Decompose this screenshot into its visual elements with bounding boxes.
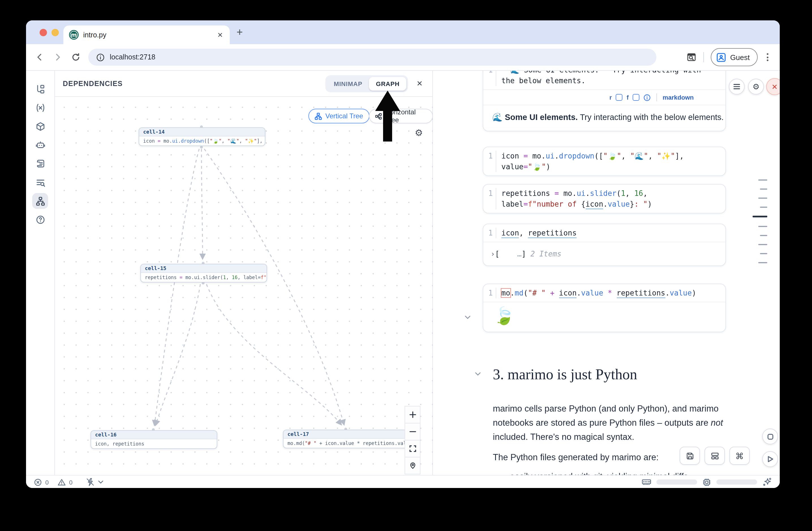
paragraph-line: marimo cells parse Python (and only Pyth… — [493, 401, 723, 416]
new-tab-button[interactable]: + — [236, 26, 243, 39]
url-text[interactable]: localhost:2718 — [110, 53, 155, 61]
status-left: 0 0 — [34, 478, 104, 486]
tab-close-icon[interactable]: ✕ — [216, 30, 224, 40]
vertical-tree-button[interactable]: Vertical Tree — [308, 109, 369, 124]
keyboard-shortcuts-button[interactable]: ⌘ — [729, 447, 750, 465]
tab-graph[interactable]: GRAPH — [369, 77, 406, 90]
checkbox-icon[interactable] — [633, 94, 639, 101]
errors-icon[interactable] — [34, 478, 42, 486]
horizontal-tree-label: Horizontal Tree — [385, 108, 427, 124]
graph-node-cell-15[interactable]: cell-15 repetitions = mo.ui.slider(1, 16… — [140, 264, 267, 283]
vertical-tree-icon — [315, 112, 322, 120]
sidebar-item-help[interactable] — [32, 212, 48, 228]
scroll-mark[interactable] — [760, 235, 767, 236]
cell-refs-code[interactable]: 1 icon, repetitions ›[ …] 2 Items — [483, 224, 726, 266]
graph-node-title: cell-17 — [284, 430, 409, 439]
autorun-disabled-icon[interactable] — [86, 478, 95, 486]
graph-node-cell-14[interactable]: cell-14 icon = mo.ui.dropdown(["🍃", "🌊",… — [139, 127, 265, 146]
browser-window: m intro.py ✕ + localhost:2718 — [26, 20, 780, 488]
sidebar-item-dependencies[interactable] — [32, 193, 48, 209]
scroll-mark[interactable] — [758, 244, 767, 245]
shortcut-f-label: f — [627, 94, 629, 101]
url-bar[interactable]: localhost:2718 — [88, 49, 656, 66]
collapse-chevron-icon[interactable] — [465, 315, 471, 319]
cell-dropdown-code[interactable]: 1 icon = mo.ui.dropdown(["🍃", "🌊", "✨"],… — [483, 147, 726, 176]
browser-menu-icon[interactable] — [765, 51, 771, 63]
paragraph-line: notebooks are stored as pure Python file… — [493, 416, 723, 430]
fit-view-button[interactable] — [405, 441, 420, 457]
shutdown-button[interactable]: ✕ — [766, 78, 780, 95]
sidebar-item-packages[interactable] — [32, 118, 48, 134]
minimize-window-button[interactable] — [52, 29, 59, 36]
collapsed-list-output[interactable]: ›[ …] 2 Items — [483, 242, 725, 266]
save-icon — [685, 451, 694, 460]
graph-node-cell-16[interactable]: cell-16 icon, repetitions — [90, 430, 217, 449]
layout-toggle-button[interactable] — [705, 447, 725, 465]
tab-minimap[interactable]: MINIMAP — [327, 77, 369, 90]
code-line[interactable]: **🌊 Some UI elements.** Try interacting … — [501, 71, 725, 75]
panel-close-icon[interactable]: ✕ — [415, 77, 424, 89]
browser-tab[interactable]: m intro.py ✕ — [63, 26, 230, 44]
scroll-mark[interactable] — [758, 226, 767, 227]
scroll-mark-active[interactable] — [753, 216, 767, 217]
sidebar-item-variables[interactable] — [32, 100, 48, 115]
cell-md-call-code[interactable]: 1 mo.md("# " + icon.value * repetitions.… — [483, 284, 726, 332]
scroll-mark[interactable] — [760, 206, 767, 208]
cell-slider-code[interactable]: 1 repetitions = mo.ui.slider(1, 16, labe… — [483, 184, 726, 213]
code-line[interactable]: icon, repetitions — [501, 228, 725, 238]
status-right — [642, 477, 772, 487]
save-button[interactable] — [680, 447, 700, 465]
notebook-settings-button[interactable]: ⚙ — [748, 79, 764, 95]
zoom-out-button[interactable] — [405, 424, 420, 440]
back-icon[interactable] — [35, 53, 44, 62]
ai-sparkle-icon[interactable] — [762, 477, 772, 487]
code-line[interactable]: repetitions = mo.ui.slider(1, 16, — [501, 188, 725, 199]
code-line[interactable]: label=f"number of {icon.value}: ") — [501, 199, 725, 210]
horizontal-tree-button[interactable]: Horizontal Tree — [369, 109, 433, 124]
locate-node-button[interactable] — [405, 457, 420, 474]
refresh-icon[interactable] — [71, 53, 81, 62]
notebook-menu-button[interactable] — [729, 79, 745, 95]
sidebar-item-ai-chat[interactable] — [32, 137, 48, 153]
forward-icon[interactable] — [53, 53, 62, 62]
code-line[interactable]: the below elements. — [501, 75, 725, 86]
dependency-graph-canvas[interactable]: cell-14 icon = mo.ui.dropdown(["🍃", "🌊",… — [55, 97, 433, 475]
sidebar-item-snippets[interactable] — [32, 156, 48, 172]
zoom-in-button[interactable] — [405, 406, 420, 423]
chevron-down-icon[interactable] — [98, 480, 104, 484]
view-toggle: MINIMAP GRAPH — [325, 75, 408, 92]
section-collapse-chevron-icon[interactable] — [475, 372, 481, 376]
graph-settings-gear-icon[interactable]: ⚙ — [415, 129, 423, 138]
sidebar-item-files[interactable] — [32, 81, 48, 97]
leaf-emoji-output: 🍃 — [483, 302, 725, 332]
run-button[interactable] — [762, 451, 778, 467]
info-icon[interactable] — [643, 94, 651, 101]
close-window-button[interactable] — [40, 29, 47, 36]
code-line[interactable]: value="🍃") — [501, 161, 725, 172]
scroll-mark[interactable] — [760, 253, 767, 254]
scroll-mark[interactable] — [760, 188, 767, 190]
code-line[interactable]: mo.md("# " + icon.value * repetitions.va… — [501, 288, 725, 298]
graph-node-cell-17[interactable]: cell-17 mo.md("# " + icon.value * repeti… — [283, 430, 410, 448]
interrupt-button[interactable] — [762, 429, 778, 444]
section-paragraph: marimo cells parse Python (and only Pyth… — [493, 401, 723, 444]
sidebar-item-outline[interactable] — [32, 174, 48, 190]
errors-count: 0 — [45, 479, 49, 485]
cell-language-label[interactable]: markdown — [663, 94, 694, 101]
site-info-icon[interactable] — [96, 53, 105, 61]
toolbar-right: Guest — [687, 48, 780, 66]
scroll-mark[interactable] — [758, 262, 767, 263]
code-line[interactable]: icon = mo.ui.dropdown(["🍃", "🌊", "✨"], — [501, 150, 725, 161]
cell-output: ›[ …] 2 Items — [483, 242, 725, 266]
cell-markdown-source[interactable]: 1 **🌊 Some UI elements.** Try interactin… — [483, 71, 726, 131]
horizontal-tree-icon — [375, 112, 382, 120]
warnings-icon[interactable] — [58, 478, 66, 486]
checkbox-icon[interactable] — [616, 94, 623, 101]
scroll-mark[interactable] — [758, 180, 767, 181]
profile-button[interactable]: Guest — [711, 48, 758, 66]
scroll-mark[interactable] — [758, 198, 767, 199]
status-bar: 0 0 — [26, 475, 780, 488]
search-tabs-icon[interactable] — [687, 52, 697, 62]
graph-node-code: mo.md("# " + icon.value * repetitions.va… — [284, 439, 409, 448]
markdown-output-text: 🌊 Some UI elements. Try interacting with… — [483, 105, 725, 131]
